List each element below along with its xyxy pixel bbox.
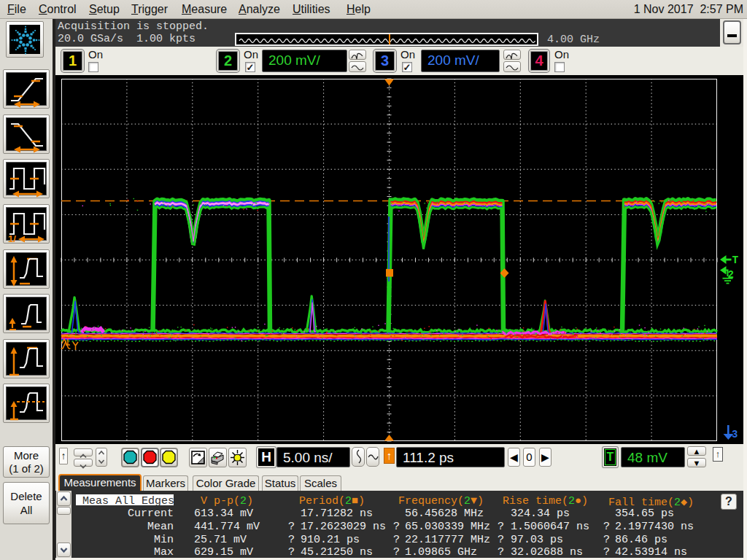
svg-text:T: T bbox=[732, 254, 739, 266]
svg-text:3: 3 bbox=[732, 429, 738, 440]
svg-text:1/: 1/ bbox=[8, 233, 16, 243]
